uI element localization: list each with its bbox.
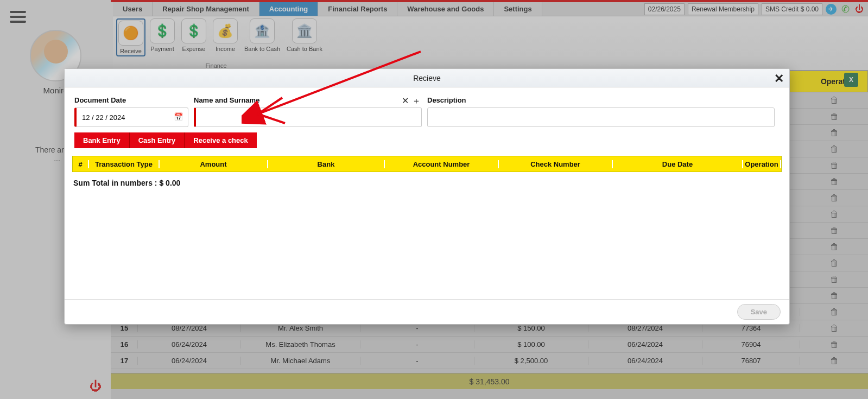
close-icon[interactable]: ✕ xyxy=(774,72,784,86)
save-button[interactable]: Save xyxy=(737,304,781,320)
document-date-input[interactable] xyxy=(74,107,188,127)
calendar-icon[interactable]: 📅 xyxy=(174,112,183,121)
col-transaction-type: Transaction Type xyxy=(89,160,160,168)
col-bank: Bank xyxy=(268,160,385,168)
description-input[interactable] xyxy=(427,107,775,127)
col-due-date: Due Date xyxy=(613,160,743,168)
doc-date-label: Document Date xyxy=(74,96,188,104)
receive-check-button[interactable]: Receive a check xyxy=(185,132,256,148)
bank-entry-button[interactable]: Bank Entry xyxy=(74,132,130,148)
description-label: Description xyxy=(427,96,780,104)
cash-entry-button[interactable]: Cash Entry xyxy=(130,132,185,148)
col-operation: Operation xyxy=(743,160,781,168)
col-amount: Amount xyxy=(160,160,268,168)
modal-table: # Transaction Type Amount Bank Account N… xyxy=(72,156,782,172)
col-hash: # xyxy=(73,160,89,168)
modal-header: Recieve ✕ xyxy=(65,69,789,87)
col-check-number: Check Number xyxy=(499,160,613,168)
modal-table-header: # Transaction Type Amount Bank Account N… xyxy=(72,156,782,172)
receive-modal: Recieve ✕ Document Date 📅 Name and Surna… xyxy=(64,68,790,325)
sum-total: Sum Total in numbers : $ 0.00 xyxy=(73,179,781,187)
add-name-icon[interactable]: ＋ xyxy=(412,96,421,107)
modal-title: Recieve xyxy=(413,74,441,83)
clear-name-icon[interactable]: ✕ xyxy=(402,96,409,107)
name-label: Name and Surname xyxy=(194,96,422,104)
col-account-number: Account Number xyxy=(385,160,499,168)
name-surname-input[interactable] xyxy=(194,107,422,127)
